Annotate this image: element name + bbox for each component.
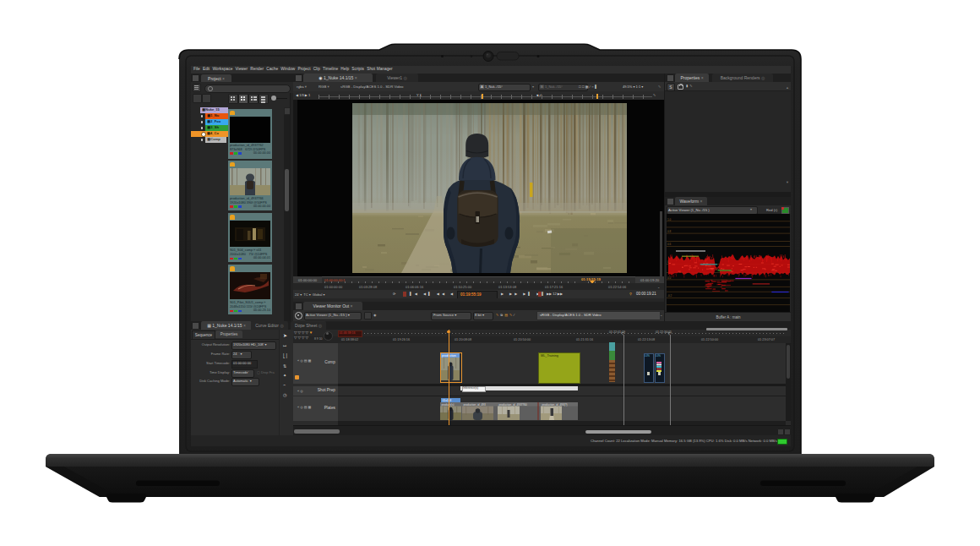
svg-text:production_id_493(?): production_id_493(?)	[542, 402, 568, 406]
svg-text:0.0: 0.0	[667, 276, 672, 280]
svg-text:production_id_493: production_id_493	[464, 402, 486, 406]
svg-text:production_id_4937760: production_id_4937760	[499, 402, 528, 406]
svg-text:0.6: 0.6	[667, 243, 672, 246]
svg-text:-0.2: -0.2	[667, 294, 672, 298]
svg-text:0.8: 0.8	[667, 230, 672, 233]
svg-text:1.0: 1.0	[667, 218, 672, 221]
